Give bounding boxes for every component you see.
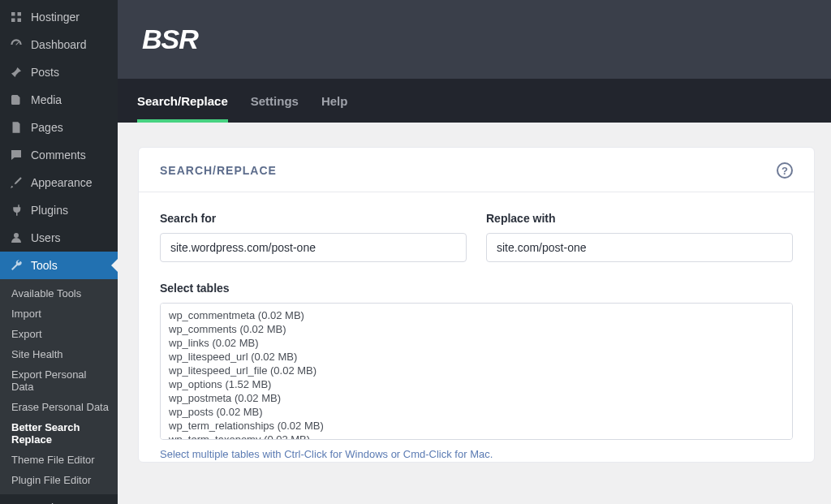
sidebar-sub-export[interactable]: Export [0,324,118,344]
sliders-icon [8,500,24,504]
help-icon[interactable]: ? [777,162,793,179]
select-tables-label: Select tables [160,282,793,295]
comments-icon [8,147,24,163]
user-icon [8,230,24,246]
sidebar-item-posts[interactable]: Posts [0,58,118,86]
multiselect-hint: Select multiple tables with Ctrl-Click f… [160,448,793,460]
table-option[interactable]: wp_links (0.02 MB) [167,336,786,350]
sidebar-item-label: Pages [31,121,63,134]
card-title: SEARCH/REPLACE [160,164,277,177]
sidebar-item-label: Hostinger [31,11,80,24]
admin-sidebar: Hostinger Dashboard Posts Media Pages Co… [0,0,118,504]
sidebar-submenu-tools: Available Tools Import Export Site Healt… [0,279,118,494]
pages-icon [8,119,24,136]
table-option[interactable]: wp_term_taxonomy (0.02 MB) [167,433,786,440]
hostinger-icon [8,9,24,25]
replace-with-input[interactable] [486,233,793,262]
sidebar-sub-bsr[interactable]: Better Search Replace [0,417,118,450]
sidebar-sub-import[interactable]: Import [0,304,118,324]
sidebar-item-label: Posts [31,66,59,79]
sidebar-sub-plugin-file-editor[interactable]: Plugin File Editor [0,470,118,490]
sidebar-item-label: Appearance [31,176,93,189]
wrench-icon [8,257,24,274]
sidebar-item-label: Comments [31,149,86,162]
sidebar-item-media[interactable]: Media [0,86,118,114]
sidebar-item-label: Tools [31,259,58,272]
sidebar-sub-theme-file-editor[interactable]: Theme File Editor [0,450,118,470]
table-option[interactable]: wp_litespeed_url (0.02 MB) [167,350,786,364]
search-replace-card: SEARCH/REPLACE ? Search for Replace with [138,147,815,463]
sidebar-item-plugins[interactable]: Plugins [0,196,118,224]
sidebar-item-settings[interactable]: Settings [0,494,118,504]
sidebar-item-label: Dashboard [31,38,87,51]
pushpin-icon [8,64,24,80]
tables-multiselect[interactable]: wp_commentmeta (0.02 MB)wp_comments (0.0… [160,303,793,440]
tab-settings[interactable]: Settings [251,79,299,123]
sidebar-item-hostinger[interactable]: Hostinger [0,3,118,31]
table-option[interactable]: wp_commentmeta (0.02 MB) [167,308,786,322]
main-area: BSR Search/Replace Settings Help SEARCH/… [118,0,831,504]
sidebar-item-pages[interactable]: Pages [0,114,118,141]
sidebar-sub-export-personal-data[interactable]: Export Personal Data [0,364,118,397]
sidebar-item-label: Media [31,93,62,106]
card-header: SEARCH/REPLACE ? [139,148,814,192]
tab-search-replace[interactable]: Search/Replace [137,79,228,123]
plugin-header: BSR [118,0,831,79]
dashboard-icon [8,37,24,53]
brush-icon [8,174,24,191]
sidebar-item-comments[interactable]: Comments [0,141,118,169]
table-option[interactable]: wp_postmeta (0.02 MB) [167,391,786,405]
content-scroll: SEARCH/REPLACE ? Search for Replace with [118,123,831,504]
table-option[interactable]: wp_comments (0.02 MB) [167,322,786,336]
tab-help[interactable]: Help [321,79,348,123]
plug-icon [8,202,24,218]
card-body: Search for Replace with Select tables wp… [139,192,814,462]
media-icon [8,92,24,108]
sidebar-item-tools[interactable]: Tools [0,252,118,279]
search-for-input[interactable] [160,233,467,262]
sidebar-item-label: Plugins [31,204,68,217]
table-option[interactable]: wp_term_relationships (0.02 MB) [167,419,786,433]
table-option[interactable]: wp_posts (0.02 MB) [167,405,786,419]
sidebar-item-label: Users [31,231,61,244]
sidebar-item-dashboard[interactable]: Dashboard [0,31,118,58]
table-option[interactable]: wp_options (1.52 MB) [167,377,786,391]
plugin-tabs: Search/Replace Settings Help [118,79,831,123]
bsr-logo: BSR [142,24,198,55]
search-for-label: Search for [160,212,467,225]
sidebar-item-appearance[interactable]: Appearance [0,169,118,196]
sidebar-sub-available-tools[interactable]: Available Tools [0,283,118,304]
sidebar-item-users[interactable]: Users [0,224,118,252]
replace-with-label: Replace with [486,212,793,225]
sidebar-sub-site-health[interactable]: Site Health [0,344,118,364]
sidebar-sub-erase-personal-data[interactable]: Erase Personal Data [0,397,118,417]
table-option[interactable]: wp_litespeed_url_file (0.02 MB) [167,364,786,377]
